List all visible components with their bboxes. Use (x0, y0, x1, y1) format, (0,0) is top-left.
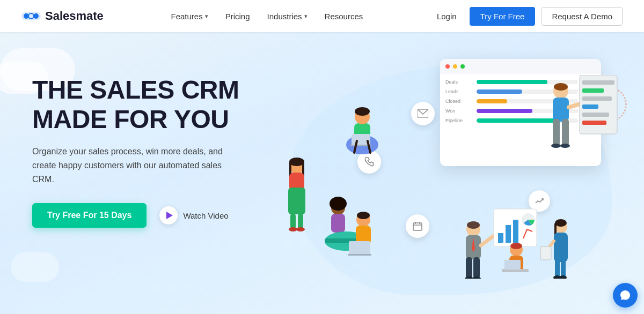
cloud-decoration-3 (11, 252, 59, 282)
hero-buttons: Try Free For 15 Days Watch Video (32, 203, 239, 228)
request-demo-button[interactable]: Request A Demo (541, 7, 623, 26)
svg-point-25 (289, 227, 297, 231)
chat-support-button[interactable] (613, 283, 638, 308)
try-free-button[interactable]: Try For Free (470, 7, 536, 26)
play-icon (159, 206, 178, 225)
nav-features[interactable]: Features ▾ (171, 12, 208, 21)
svg-point-26 (296, 227, 305, 231)
login-button[interactable]: Login (430, 9, 463, 24)
hero-subtitle: Organize your sales process, win more de… (32, 145, 236, 186)
svg-rect-24 (298, 213, 303, 229)
svg-rect-38 (582, 96, 612, 101)
dot-red (445, 64, 450, 69)
chevron-down-icon: ▾ (205, 13, 208, 20)
svg-rect-51 (348, 254, 371, 256)
svg-rect-80 (540, 246, 551, 260)
hero-section: THE SALES CRM MADE FOR YOU Organize your… (0, 32, 644, 314)
nav-links: Features ▾ Pricing Industries ▾ Resource… (171, 12, 363, 21)
svg-rect-50 (349, 241, 370, 255)
dot-yellow (453, 64, 457, 69)
svg-point-43 (330, 197, 347, 211)
svg-point-3 (33, 13, 39, 19)
svg-point-28 (554, 83, 568, 91)
svg-point-67 (510, 243, 522, 249)
illustration-people (258, 75, 623, 279)
nav-industries[interactable]: Industries ▾ (267, 12, 308, 21)
svg-rect-31 (562, 119, 569, 146)
svg-rect-39 (582, 104, 598, 109)
svg-rect-41 (582, 121, 606, 125)
svg-point-72 (555, 219, 567, 227)
svg-point-12 (355, 107, 370, 116)
svg-point-53 (467, 221, 480, 229)
svg-rect-75 (555, 259, 560, 278)
svg-rect-23 (290, 213, 296, 229)
svg-rect-56 (466, 257, 472, 279)
svg-point-78 (559, 275, 567, 279)
dot-green (460, 64, 465, 69)
svg-point-18 (289, 158, 304, 166)
dashboard-header (440, 59, 601, 74)
svg-rect-57 (473, 257, 480, 279)
svg-rect-37 (582, 88, 604, 93)
nav-pricing[interactable]: Pricing (225, 12, 250, 21)
brand-logo[interactable]: Salesmate (21, 9, 104, 23)
hero-illustration: Deals $12K Leads $7K Closed (258, 32, 644, 314)
watch-video-button[interactable]: Watch Video (159, 206, 228, 225)
svg-rect-70 (504, 260, 521, 270)
brand-name: Salesmate (45, 9, 104, 23)
svg-rect-76 (561, 259, 566, 278)
svg-line-60 (481, 236, 494, 245)
svg-rect-30 (553, 119, 560, 146)
svg-point-48 (357, 212, 370, 219)
hero-title: THE SALES CRM MADE FOR YOU (32, 75, 239, 134)
svg-rect-74 (554, 233, 568, 262)
svg-rect-63 (506, 225, 511, 243)
chat-icon (619, 289, 631, 301)
svg-point-34 (560, 144, 570, 148)
chevron-down-icon-2: ▾ (304, 13, 308, 20)
nav-actions: Login Try For Free Request A Demo (430, 7, 623, 26)
svg-rect-62 (498, 233, 503, 243)
svg-rect-40 (582, 113, 609, 117)
svg-rect-36 (582, 80, 614, 85)
navbar: Salesmate Features ▾ Pricing Industries … (0, 0, 644, 32)
svg-rect-44 (331, 214, 345, 233)
svg-rect-29 (553, 98, 569, 122)
hero-content: THE SALES CRM MADE FOR YOU Organize your… (32, 75, 239, 228)
svg-rect-22 (288, 188, 305, 214)
nav-resources[interactable]: Resources (325, 12, 363, 21)
svg-point-33 (551, 144, 561, 148)
svg-rect-64 (513, 220, 518, 243)
cta-button[interactable]: Try Free For 15 Days (32, 203, 147, 228)
